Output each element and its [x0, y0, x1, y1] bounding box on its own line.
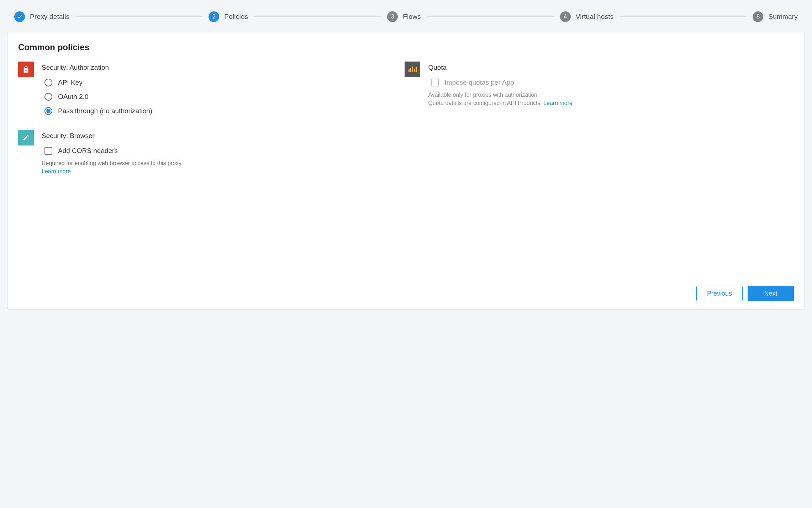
step-label: Flows [403, 13, 421, 21]
section-security-authorization: Security: Authorization API Key OAuth 2.… [18, 62, 390, 115]
next-button[interactable]: Next [748, 286, 794, 301]
svg-rect-3 [414, 69, 415, 72]
radio-icon [44, 79, 52, 86]
checkbox-add-cors[interactable]: Add CORS headers [44, 147, 390, 155]
policies-card: Common policies Security: Authorization … [7, 32, 805, 309]
checkbox-icon [431, 79, 439, 86]
learn-more-link[interactable]: Learn more [543, 100, 573, 106]
section-title: Security: Authorization [42, 64, 390, 72]
step-connector [76, 16, 202, 17]
page-title: Common policies [18, 42, 794, 52]
step-label: Summary [768, 13, 798, 21]
wizard-stepper: Proxy details 2 Policies 3 Flows 4 Virtu… [7, 7, 805, 32]
radio-api-key[interactable]: API Key [44, 79, 390, 86]
wizard-footer: Previous Next [18, 279, 794, 301]
radio-pass-through[interactable]: Pass through (no authorization) [44, 107, 390, 115]
checkbox-impose-quotas: Impose quotas per App [431, 79, 777, 86]
step-virtual-hosts[interactable]: 4 Virtual hosts [560, 11, 614, 22]
section-title: Security: Browser [42, 132, 390, 140]
step-number-icon: 5 [753, 11, 763, 22]
option-label: Pass through (no authorization) [58, 107, 152, 115]
step-connector [427, 16, 554, 17]
section-security-browser: Security: Browser Add CORS headers Requi… [18, 130, 390, 175]
radio-oauth[interactable]: OAuth 2.0 [44, 93, 390, 101]
helper-text-content: Available only for proxies with authoriz… [428, 92, 542, 106]
previous-button[interactable]: Previous [696, 286, 743, 301]
check-icon [14, 11, 25, 22]
step-policies[interactable]: 2 Policies [209, 11, 248, 22]
step-flows[interactable]: 3 Flows [387, 11, 421, 22]
svg-rect-2 [412, 67, 413, 72]
learn-more-link[interactable]: Learn more [42, 168, 71, 174]
section-quota: Quota Impose quotas per App Available on… [405, 62, 777, 107]
helper-text: Available only for proxies with authoriz… [428, 91, 777, 107]
step-connector [620, 16, 746, 17]
section-title: Quota [428, 64, 777, 72]
option-label: Add CORS headers [58, 147, 118, 155]
svg-rect-0 [408, 69, 410, 72]
step-summary[interactable]: 5 Summary [753, 11, 798, 22]
bars-icon [405, 62, 420, 77]
helper-text-content: Required for enabling web browser access… [42, 160, 183, 166]
svg-rect-1 [410, 68, 411, 72]
step-label: Proxy details [30, 13, 69, 21]
helper-text: Required for enabling web browser access… [42, 159, 390, 175]
lock-icon [18, 62, 34, 77]
option-label: OAuth 2.0 [58, 93, 89, 101]
step-number-icon: 3 [387, 11, 398, 22]
checkbox-icon [44, 147, 52, 155]
step-number-icon: 2 [209, 11, 219, 22]
radio-icon [44, 107, 52, 115]
pencil-icon [18, 130, 34, 145]
step-label: Virtual hosts [576, 13, 614, 21]
step-label: Policies [224, 13, 248, 21]
step-connector [254, 16, 381, 17]
step-number-icon: 4 [560, 11, 571, 22]
option-label: Impose quotas per App [444, 79, 514, 86]
radio-icon [44, 93, 52, 101]
step-proxy-details[interactable]: Proxy details [14, 11, 69, 22]
svg-rect-4 [416, 67, 417, 72]
option-label: API Key [58, 79, 83, 86]
